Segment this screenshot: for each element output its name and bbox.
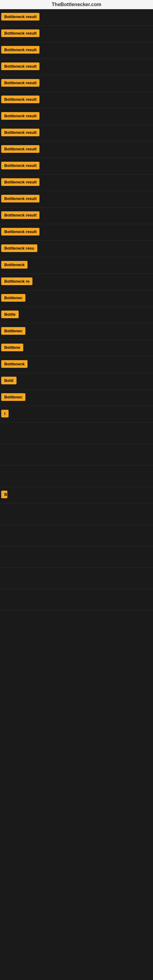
result-row: Bottlenec xyxy=(0,323,153,340)
page-container: TheBottlenecker.com Bottleneck resultBot… xyxy=(0,0,153,980)
bottleneck-badge[interactable]: Bottlenec xyxy=(1,327,26,335)
result-row: Bottleneck result xyxy=(0,108,153,125)
bottleneck-badge[interactable]: Bottleneck result xyxy=(1,79,40,87)
bottleneck-badge[interactable]: Bottlene xyxy=(1,344,23,351)
result-row: Bottleneck result xyxy=(0,125,153,142)
result-row: Bottlene xyxy=(0,340,153,356)
result-row: Bottleneck result xyxy=(0,75,153,92)
bottleneck-badge[interactable]: Bottleneck result xyxy=(1,178,40,186)
result-row: Bottleneck xyxy=(0,356,153,373)
result-row: B xyxy=(0,487,153,503)
result-row: Bottleneck result xyxy=(0,191,153,208)
result-row: Bottleneck result xyxy=(0,158,153,175)
bottleneck-badge[interactable]: Bottleneck result xyxy=(1,62,40,70)
result-row xyxy=(0,503,153,525)
bottleneck-badge[interactable]: Bottleneck xyxy=(1,360,27,368)
result-row xyxy=(0,546,153,568)
bottleneck-badge[interactable]: Bottleneck resu xyxy=(1,244,37,252)
result-row: Bottleneck result xyxy=(0,26,153,42)
bottleneck-badge[interactable]: Bottleneck result xyxy=(1,13,40,21)
result-row: Bottleneck result xyxy=(0,175,153,191)
bottleneck-badge[interactable]: Bottleneck result xyxy=(1,228,40,235)
result-row xyxy=(0,589,153,611)
result-row: Bottleneck xyxy=(0,257,153,274)
result-row: Bottlenec xyxy=(0,390,153,406)
result-row: Bottleneck re xyxy=(0,274,153,290)
result-row xyxy=(0,423,153,444)
bottleneck-badge[interactable]: Bottleneck result xyxy=(1,46,40,54)
site-header: TheBottlenecker.com xyxy=(0,0,153,9)
result-row xyxy=(0,466,153,487)
result-row: Bottl xyxy=(0,373,153,390)
site-title: TheBottlenecker.com xyxy=(52,2,101,7)
bottleneck-badge[interactable]: Bottleneck result xyxy=(1,145,40,153)
result-row xyxy=(0,568,153,589)
bottleneck-badge[interactable]: Bottleneck result xyxy=(1,29,40,37)
bottleneck-badge[interactable]: Bottleneck xyxy=(1,261,27,269)
rows-container: Bottleneck resultBottleneck resultBottle… xyxy=(0,9,153,611)
result-row: Bottleneck result xyxy=(0,92,153,108)
bottleneck-badge[interactable]: Bottleneck result xyxy=(1,211,40,219)
result-row: Bottleneck resu xyxy=(0,241,153,257)
bottleneck-badge[interactable]: I xyxy=(1,410,9,417)
result-row: Bottleneck result xyxy=(0,224,153,241)
result-row: Bottleneck result xyxy=(0,42,153,59)
result-row: Bottleneck result xyxy=(0,208,153,224)
result-row: Bottleneck result xyxy=(0,142,153,158)
bottleneck-badge[interactable]: Bottleneck result xyxy=(1,162,40,169)
bottleneck-badge[interactable]: Bottlenec xyxy=(1,294,26,302)
result-row: Bottleneck result xyxy=(0,9,153,26)
bottleneck-badge[interactable]: Bottl xyxy=(1,377,16,384)
bottleneck-badge[interactable]: Bottleneck result xyxy=(1,129,40,136)
result-row xyxy=(0,525,153,546)
bottleneck-badge[interactable]: Bottleneck result xyxy=(1,195,40,202)
bottleneck-badge[interactable]: Bottleneck result xyxy=(1,95,40,103)
bottleneck-badge[interactable]: Bottlenec xyxy=(1,393,26,401)
result-row: I xyxy=(0,406,153,423)
result-row xyxy=(0,444,153,466)
result-row: Bottleneck result xyxy=(0,59,153,75)
result-row: Bottle xyxy=(0,307,153,323)
bottleneck-badge[interactable]: Bottleneck re xyxy=(1,277,32,285)
bottleneck-badge[interactable]: Bottle xyxy=(1,310,19,318)
bottleneck-badge[interactable]: B xyxy=(1,491,7,498)
result-row: Bottlenec xyxy=(0,290,153,307)
bottleneck-badge[interactable]: Bottleneck result xyxy=(1,112,40,120)
